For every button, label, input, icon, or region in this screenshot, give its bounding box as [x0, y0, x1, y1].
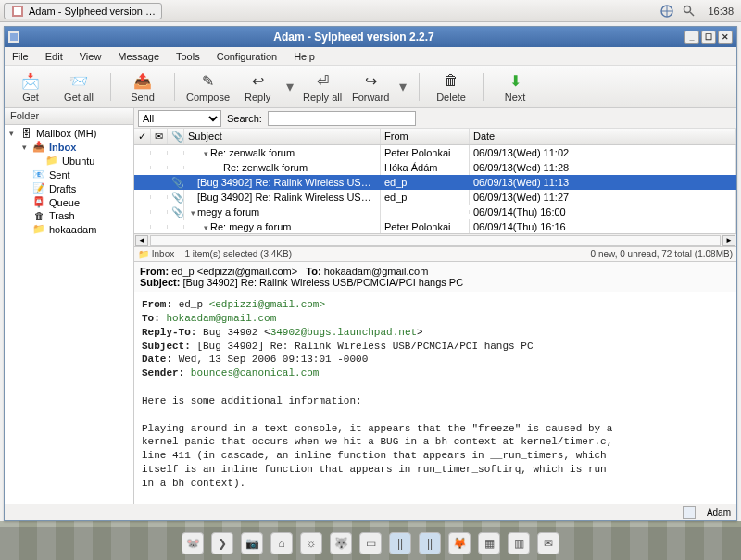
- menubar: File Edit View Message Tools Configurati…: [5, 47, 736, 66]
- message-row[interactable]: Re: zenwalk forumHóka Ádám06/09/13(Wed) …: [134, 160, 736, 175]
- dock-icon[interactable]: ▥: [508, 532, 530, 554]
- tree-inbox[interactable]: ▾ 📥 Inbox: [6, 140, 132, 154]
- from-email-link[interactable]: <edpizzi@gmail.com>: [209, 299, 325, 310]
- tree-queue[interactable]: 📮 Queue: [6, 195, 132, 209]
- message-row[interactable]: ▾Re: megy a forumPeter Polonkai06/09/14(…: [134, 219, 736, 234]
- header-preview: From: ed_p <edpizzi@gmail.com> To: hokaa…: [134, 262, 736, 292]
- svg-rect-1: [14, 7, 21, 15]
- status-totals: 0 new, 0 unread, 72 total (1.08MB): [591, 249, 733, 259]
- message-row[interactable]: 📎[Bug 34902] Re: Ralink Wireless USB/PCM…: [134, 175, 736, 190]
- scroll-left-button[interactable]: ◄: [135, 235, 148, 246]
- expand-toggle-icon[interactable]: ▾: [19, 143, 29, 152]
- network-icon[interactable]: [659, 4, 674, 19]
- dock-icon[interactable]: ☼: [300, 532, 322, 554]
- chevron-down-icon[interactable]: ▾: [285, 77, 295, 97]
- list-status: 📁 Inbox 1 item(s) selected (3.4KB) 0 new…: [134, 247, 736, 262]
- message-row[interactable]: 📎▾megy a forum06/09/14(Thu) 16:00: [134, 205, 736, 219]
- folder-pane-header: Folder: [5, 108, 133, 125]
- desktop-dock: 🐭 ❯ 📷 ⌂ ☼ 🐺 ▭ || || 🦊 ▦ ▥ ✉: [0, 527, 741, 560]
- message-body[interactable]: From: ed_p <edpizzi@gmail.com> To: hokaa…: [134, 292, 736, 504]
- search-input[interactable]: [268, 111, 416, 126]
- get-all-button[interactable]: 📨 Get all: [58, 70, 99, 103]
- online-status-icon[interactable]: [683, 506, 696, 519]
- panel-clock[interactable]: 16:38: [704, 6, 737, 17]
- scroll-track[interactable]: [150, 235, 721, 246]
- column-attachment-icon[interactable]: 📎: [168, 129, 184, 144]
- menu-configuration[interactable]: Configuration: [213, 49, 281, 64]
- close-button[interactable]: ✕: [718, 31, 733, 44]
- dock-icon[interactable]: ✉: [537, 532, 559, 554]
- status-user: Adam: [707, 507, 731, 517]
- reply-all-button[interactable]: ⏎ Reply all: [302, 70, 343, 103]
- message-list-scrollbar[interactable]: ◄ ►: [134, 234, 736, 247]
- sent-icon: 📧: [32, 168, 45, 180]
- dock-icon[interactable]: ||: [419, 532, 441, 554]
- message-list[interactable]: ▾Re: zenwalk forumPeter Polonkai06/09/13…: [134, 145, 736, 234]
- chevron-down-icon[interactable]: ▾: [398, 77, 408, 97]
- tree-mailbox[interactable]: ▾ 🗄 Mailbox (MH): [6, 127, 132, 140]
- minimize-button[interactable]: _: [684, 31, 699, 44]
- dock-icon[interactable]: 📷: [241, 532, 263, 554]
- dock-icon[interactable]: 🦊: [448, 532, 471, 554]
- reply-icon: ↩: [247, 70, 268, 91]
- maximize-button[interactable]: ☐: [701, 31, 716, 44]
- next-button[interactable]: ⬇ Next: [495, 70, 535, 103]
- reply-to-link[interactable]: 34902@bugs.launchpad.net: [270, 327, 417, 338]
- folder-tree[interactable]: ▾ 🗄 Mailbox (MH) ▾ 📥 Inbox 📁 Ubuntu 📧: [5, 125, 133, 504]
- window-menu-icon[interactable]: [5, 31, 23, 43]
- tree-trash[interactable]: 🗑 Trash: [6, 209, 132, 222]
- envelope-down-icon: 📩: [20, 70, 41, 91]
- expand-toggle-icon[interactable]: ▾: [6, 129, 16, 138]
- column-mark-icon[interactable]: ✓: [134, 129, 151, 144]
- message-row[interactable]: ▾Re: zenwalk forumPeter Polonkai06/09/13…: [134, 145, 736, 160]
- message-row[interactable]: 📎[Bug 34902] Re: Ralink Wireless USB/PCM…: [134, 190, 736, 205]
- forward-button[interactable]: ↪ Forward: [350, 70, 391, 103]
- folder-icon: 📁: [45, 155, 58, 167]
- sender-link[interactable]: bounces@canonical.com: [191, 367, 320, 379]
- envelope-up-icon: 📤: [132, 70, 153, 91]
- dock-icon[interactable]: ||: [389, 532, 411, 554]
- delete-button[interactable]: 🗑 Delete: [431, 70, 471, 103]
- reply-button[interactable]: ↩ Reply: [237, 70, 278, 103]
- send-button[interactable]: 📤 Send: [122, 70, 163, 103]
- menu-help[interactable]: Help: [290, 49, 319, 64]
- envelopes-down-icon: 📨: [69, 70, 89, 91]
- mailbox-icon: 🗄: [19, 128, 32, 139]
- tree-sent[interactable]: 📧 Sent: [6, 168, 132, 181]
- status-folder-icon: 📁: [138, 249, 149, 259]
- menu-edit[interactable]: Edit: [42, 49, 67, 64]
- get-button[interactable]: 📩 Get: [10, 70, 51, 103]
- dock-icon[interactable]: 🐭: [182, 532, 204, 554]
- titlebar[interactable]: Adam - Sylpheed version 2.2.7 _ ☐ ✕: [5, 27, 736, 47]
- compose-button[interactable]: ✎ Compose: [186, 70, 230, 103]
- menu-tools[interactable]: Tools: [172, 49, 204, 64]
- dock-icon[interactable]: 🐺: [330, 532, 352, 554]
- dock-icon[interactable]: ▦: [478, 532, 500, 554]
- search-icon[interactable]: [682, 4, 697, 19]
- tree-ubuntu[interactable]: 📁 Ubuntu: [6, 154, 132, 168]
- menu-file[interactable]: File: [8, 49, 32, 64]
- hdr-subject-value: [Bug 34902] Re: Ralink Wireless USB/PCMC…: [182, 277, 463, 288]
- column-subject[interactable]: Subject: [184, 129, 381, 144]
- filter-select[interactable]: All: [138, 110, 221, 127]
- arrow-down-icon: ⬇: [505, 70, 525, 91]
- body-para2: Playing around in a text console, it app…: [142, 422, 623, 491]
- message-list-header[interactable]: ✓ ✉ 📎 Subject From Date: [134, 129, 736, 145]
- column-from[interactable]: From: [381, 129, 470, 144]
- taskbar-entry-sylpheed[interactable]: Adam - Sylpheed version …: [4, 3, 162, 19]
- dock-icon[interactable]: ❯: [211, 532, 233, 554]
- compose-icon: ✎: [198, 70, 219, 91]
- to-email-link[interactable]: hokaadam@gmail.com: [166, 313, 276, 324]
- column-date[interactable]: Date: [470, 129, 736, 144]
- column-unread-icon[interactable]: ✉: [151, 129, 168, 144]
- window-title: Adam - Sylpheed version 2.2.7: [23, 31, 684, 44]
- scroll-right-button[interactable]: ►: [722, 235, 735, 246]
- tree-hokaadam[interactable]: 📁 hokaadam: [6, 222, 132, 236]
- hdr-to-label: To:: [306, 266, 320, 277]
- dock-icon[interactable]: ▭: [359, 532, 382, 554]
- tree-drafts[interactable]: 📝 Drafts: [6, 181, 132, 195]
- menu-view[interactable]: View: [76, 49, 106, 64]
- dock-icon[interactable]: ⌂: [270, 532, 293, 554]
- menu-message[interactable]: Message: [114, 49, 163, 64]
- status-folder-name: Inbox: [152, 249, 174, 259]
